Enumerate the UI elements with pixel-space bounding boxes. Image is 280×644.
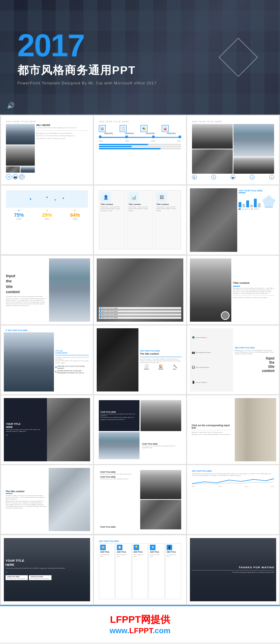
- slide12-label4: you are mainly for...: [196, 381, 208, 383]
- slide6-radar: [263, 195, 275, 207]
- slide-thumb-16[interactable]: The title content I decided to make a lo…: [1, 465, 93, 534]
- slide-thumb-13[interactable]: YOUR TITLEHERE Harmonize you play world …: [1, 395, 93, 464]
- slide-thumb-21[interactable]: THANKS FOR WATING PowerPoint Template De…: [187, 535, 279, 604]
- slide-thumb-9[interactable]: Title content Although you're more than …: [187, 256, 279, 324]
- slide20-card1: 🏢 ADD TITLE some input text here...: [99, 543, 115, 599]
- thumbnail-grid: ADD YOUR TITLE HERE ✉ 📷 💬: [0, 115, 280, 605]
- slide3-icon2: 🔧: [211, 175, 216, 180]
- slide20-card2: 📋 ADD TITLE some input text here...: [115, 543, 131, 599]
- footer-url[interactable]: www.LFPPT.com: [7, 626, 273, 635]
- hero-description: PowerPoint Template Designed By Mr. Cai …: [17, 81, 263, 85]
- slide-thumb-19[interactable]: YOUR TITLEHERE Harmonize you play world …: [1, 535, 93, 604]
- slide20-add-title: ADD YOUR TITLE HERE: [99, 540, 181, 542]
- slide9-body: Although you're more than willing to let…: [233, 287, 274, 295]
- slide5-card2: 📊 Title content If you found — It you fo…: [127, 190, 153, 249]
- slide10-body: I wanted to make a lot of some of my fav…: [55, 356, 89, 360]
- slide1-body3: If you found - It you found the ideas, y…: [36, 135, 88, 137]
- slide6-chart: [239, 197, 261, 207]
- slide-thumb-20[interactable]: ADD YOUR TITLE HERE 🏢 ADD TITLE some inp…: [94, 535, 186, 604]
- slide10-add-title: ADD YOUR TITLE HERE: [8, 329, 27, 331]
- slide4-stat1: 75%: [14, 212, 24, 218]
- slide15-body2: Although you're more than thinking globa…: [192, 434, 233, 435]
- speaker-icon: 🔊: [7, 102, 15, 109]
- slide1-add-title: ADD YOUR TITLE HERE: [6, 121, 36, 123]
- slide7-body: I decided to make a lot of some of my fa…: [6, 296, 47, 306]
- slide1-body: Lorem ipsum dolor sit consectetur adipis…: [36, 127, 88, 129]
- slide19-body: Harmonize you play world of products mor…: [6, 567, 88, 569]
- slide9-body2: Under the blue the template more site, g…: [233, 297, 274, 298]
- slide6-add-title: ADD YOUR TITLE HERE: [239, 190, 275, 192]
- slide2-icon2: 📋: [120, 125, 127, 132]
- slide-thumb-1[interactable]: ADD YOUR TITLE HERE ✉ 📷 💬: [1, 116, 93, 184]
- slide2-timeline-line: [99, 137, 181, 138]
- slide-thumb-10[interactable]: ADD YOUR TITLE HERE TITLECONTENT I wante…: [1, 325, 93, 394]
- slide16-body3: Their images and unless you can use this…: [6, 504, 47, 509]
- slide-thumb-2[interactable]: ADD YOUR TITLE HERE 🏢 PRINCIPAL 📋 PRINCI…: [94, 116, 186, 184]
- slide3-icon3: 📷: [231, 175, 235, 180]
- slide8-item2: ADD YOUR TITLE HERE: [102, 311, 118, 312]
- hero-year: 2017: [17, 30, 263, 61]
- slide-thumb-15[interactable]: Click on the corresponding input text I …: [187, 395, 279, 464]
- slide12-label1: you are looking to...: [196, 337, 208, 338]
- slide4-stat3: 64%: [70, 212, 80, 218]
- slide9-title: Title content: [233, 281, 274, 284]
- slide-thumb-11[interactable]: ADD YOUR TITLE HERE The title content As…: [94, 325, 186, 394]
- footer-brand: LFPPT网提供: [7, 613, 273, 626]
- slide3-icon1: 🏠: [192, 175, 197, 180]
- footer-brand-text: LFPPT网提供: [110, 614, 170, 625]
- slide-thumb-4[interactable]: ✈ 75% label ✈ 29% label ✈ 64% label: [1, 185, 93, 254]
- slide4-stat2: 29%: [42, 212, 52, 218]
- slide1-body2: Although you're more than willing to let…: [36, 132, 88, 134]
- slide5-card3: 🖼 Title content If you found — It you fo…: [155, 190, 181, 249]
- slide15-title: Click on the corresponding input text: [192, 424, 233, 429]
- slide21-title: THANKS FOR WATING: [192, 566, 274, 569]
- slide3-icon4: ✉: [250, 175, 255, 180]
- slide7-title: Inputthetitlecontent: [6, 273, 47, 295]
- slide2-icon1: 🏢: [99, 125, 106, 132]
- slide1-icon2: 📷: [13, 174, 18, 180]
- slide18-body: Considering the current phenomenon of th…: [192, 473, 274, 476]
- slide-thumb-18[interactable]: ADD YOUR TITLE HERE Considering the curr…: [187, 465, 279, 534]
- slide13-title: YOUR TITLEHERE: [6, 422, 45, 429]
- slide1-icon1: ✉: [6, 174, 11, 180]
- slide18-chart: [192, 477, 274, 485]
- slide10-title: TITLECONTENT: [55, 350, 89, 354]
- slide18-add-title: ADD YOUR TITLE HERE: [192, 470, 274, 472]
- hero-title: 都市风格商务通用PPT: [17, 63, 263, 78]
- slide-thumb-3[interactable]: ADD YOUR TITLE HERE 🏠 🔧 📷 ✉ ⭐: [187, 116, 279, 184]
- footer-section: LFPPT网提供 www.LFPPT.com: [0, 605, 280, 642]
- slide12-body: Although you're more than... thinking gl…: [235, 349, 274, 355]
- slide12-add-title: ADD YOUR TITLE HERE: [235, 347, 274, 349]
- slide21-body: PowerPoint Template Designed By Mr. Cai …: [192, 571, 274, 573]
- slide20-card5: 📱 ADD TITLE some input text here...: [165, 543, 181, 599]
- hero-slide: 2017 都市风格商务通用PPT PowerPoint Template Des…: [0, 0, 280, 115]
- slide17-body2: the relevant you, you will find valuable…: [100, 478, 138, 480]
- slide-thumb-6[interactable]: ADD YOUR TITLE HERE: [187, 185, 279, 254]
- slide-thumb-5[interactable]: 👤 Title content If you found — It you fo…: [94, 185, 186, 254]
- hero-content: 2017 都市风格商务通用PPT PowerPoint Template Des…: [17, 30, 263, 85]
- slide8-item1: ADD YOUR TITLE HERE: [102, 307, 118, 309]
- slide2-add-title: ADD YOUR TITLE HERE: [99, 121, 129, 123]
- slide16-body2: Although you're more than looking for a.…: [6, 500, 47, 504]
- slide-thumb-14[interactable]: YOUR TITLE HERE Harmonize you play world…: [94, 395, 186, 464]
- slide1-icon3: 💬: [19, 174, 25, 180]
- slide3-icon5: ⭐: [269, 175, 274, 180]
- slide-thumb-8[interactable]: ADD YOUR TITLE HERE ADD YOUR TITLE HERE …: [94, 256, 186, 324]
- slide20-card4: 🖥 ADD TITLE some input text here...: [149, 543, 165, 599]
- slide8-item4: ADD YOUR TITLE HERE: [102, 317, 118, 319]
- slide4-worldmap: [6, 190, 88, 208]
- slide17-body1: Harmonize you play world of products and…: [100, 473, 138, 475]
- slide-thumb-12[interactable]: 💻 you are looking to... 📷 Free images an…: [187, 325, 279, 394]
- slide11-body: As a web designer, I am always looking f…: [140, 358, 182, 364]
- slide1-subtitle: 请输入大匾的辞题: [36, 124, 88, 126]
- slide-thumb-7[interactable]: Inputthetitlecontent I decided to make a…: [1, 256, 93, 324]
- slide12-title: Inputthetitlecontent: [235, 356, 274, 373]
- slide17-title3: YOUR TITLE HERE: [100, 526, 138, 528]
- slide11-add-title: ADD YOUR TITLE HERE: [140, 350, 182, 352]
- slide-thumb-17[interactable]: YOUR TITLE HERE Harmonize you play world…: [94, 465, 186, 534]
- slide2-icon4: 🎪: [162, 125, 169, 132]
- slide14-body2: the relevant you, you will find many val…: [142, 445, 180, 448]
- slide13-body: Harmonize you play world of products. We…: [6, 429, 45, 432]
- slide1-body4: 12 work with us to make it so active, on…: [36, 138, 88, 139]
- slide11-title: The title content: [140, 353, 182, 355]
